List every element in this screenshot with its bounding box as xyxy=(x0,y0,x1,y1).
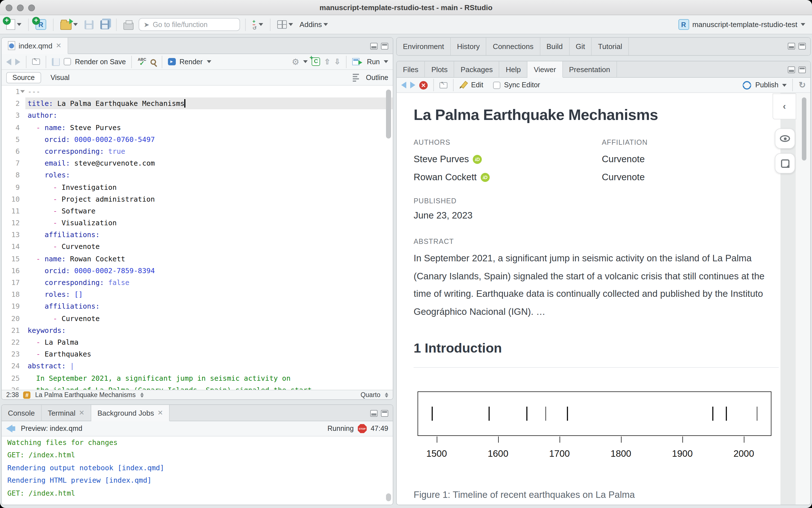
viewer-back-icon[interactable] xyxy=(401,82,406,88)
maximize-pane-icon[interactable] xyxy=(381,43,388,49)
code-line[interactable]: 13 affiliations: xyxy=(2,229,393,241)
addins-button[interactable]: Addins xyxy=(298,19,330,30)
tab-build[interactable]: Build xyxy=(540,38,569,55)
fold-arrow-icon[interactable] xyxy=(20,90,25,93)
publish-button[interactable]: Publish xyxy=(756,81,778,89)
save-all-button[interactable] xyxy=(98,19,111,30)
minimize-pane-icon[interactable] xyxy=(788,66,795,73)
code-line[interactable]: 12 - Visualization xyxy=(2,217,393,229)
tab-tutorial[interactable]: Tutorial xyxy=(592,38,629,55)
stop-icon[interactable]: STOP xyxy=(358,424,367,433)
chevron-down-icon[interactable] xyxy=(303,60,308,63)
edit-button[interactable]: Edit xyxy=(471,81,483,89)
search-icon[interactable] xyxy=(150,59,156,65)
tab-packages[interactable]: Packages xyxy=(454,61,499,77)
tab-connections[interactable]: Connections xyxy=(487,38,540,55)
goto-file-search[interactable]: ➤ Go to file/function xyxy=(138,18,240,31)
save-document-icon[interactable] xyxy=(52,58,60,66)
clear-viewer-icon[interactable]: ✕ xyxy=(419,81,428,89)
open-in-new-window-icon[interactable] xyxy=(32,58,40,65)
workspace-panes-button[interactable] xyxy=(275,19,294,30)
code-line[interactable]: 19 affiliations: xyxy=(2,300,393,312)
chevron-down-icon[interactable] xyxy=(384,60,388,63)
code-editor[interactable]: 1---2title: La Palma Earthquake Mechanis… xyxy=(2,86,393,390)
print-button[interactable] xyxy=(122,18,135,31)
back-icon[interactable] xyxy=(6,58,11,65)
console-scrollbar[interactable] xyxy=(386,493,391,501)
tab-files[interactable]: Files xyxy=(397,61,425,77)
insert-chunk-icon[interactable]: C xyxy=(312,57,320,66)
tab-plots[interactable]: Plots xyxy=(425,61,454,77)
go-previous-section-icon[interactable]: ⇧ xyxy=(324,57,330,66)
minimize-pane-icon[interactable] xyxy=(370,43,377,49)
job-back-icon[interactable] xyxy=(6,425,12,432)
code-line[interactable]: 9 - Investigation xyxy=(2,181,393,193)
code-line[interactable]: 3author: xyxy=(2,110,393,121)
go-next-section-icon[interactable]: ⇩ xyxy=(334,57,340,66)
close-icon[interactable]: ✕ xyxy=(158,409,163,417)
code-line[interactable]: 23 - Earthquakes xyxy=(2,348,393,360)
doctype-picker-icon[interactable] xyxy=(385,392,388,397)
tab-viewer[interactable]: Viewer xyxy=(527,61,563,78)
orcid-icon[interactable]: iD xyxy=(481,173,490,182)
project-selector[interactable]: R manuscript-template-rstudio-test xyxy=(677,18,808,31)
symbol-picker-icon[interactable] xyxy=(140,392,144,397)
doc-type[interactable]: Quarto xyxy=(361,391,380,398)
tab-console[interactable]: Console xyxy=(2,405,41,421)
code-line[interactable]: 5 orcid: 0000-0002-0760-5497 xyxy=(2,133,393,145)
code-line[interactable]: 2title: La Palma Earthquake Mechanisms xyxy=(2,97,393,109)
refresh-icon[interactable]: ↻ xyxy=(799,80,806,90)
open-file-button[interactable] xyxy=(58,18,79,31)
spellcheck-icon[interactable]: ABC✓ xyxy=(138,58,146,66)
orcid-icon[interactable]: iD xyxy=(473,155,482,164)
tab-history[interactable]: History xyxy=(451,38,487,55)
code-line[interactable]: 11 - Software xyxy=(2,205,393,217)
tab-help[interactable]: Help xyxy=(499,61,528,77)
minimize-pane-icon[interactable] xyxy=(788,43,795,49)
new-file-button[interactable]: + xyxy=(4,18,23,31)
editor-scrollbar[interactable] xyxy=(386,90,391,138)
zoom-window-icon[interactable] xyxy=(28,4,35,11)
forward-icon[interactable] xyxy=(15,58,20,65)
maximize-pane-icon[interactable] xyxy=(381,410,388,417)
render-on-save-checkbox[interactable] xyxy=(64,58,71,65)
tab-terminal[interactable]: Terminal✕ xyxy=(41,405,91,421)
close-icon[interactable]: ✕ xyxy=(79,409,84,417)
code-line[interactable]: 10 - Project administration xyxy=(2,193,393,205)
version-control-button[interactable]: +−↺ xyxy=(251,18,265,31)
console-output[interactable]: Watching files for changesGET: /index.ht… xyxy=(2,436,393,505)
run-button[interactable]: Run xyxy=(367,58,380,66)
chevron-down-icon[interactable] xyxy=(782,84,787,86)
code-line[interactable]: 20 - Curvenote xyxy=(2,312,393,324)
code-line[interactable]: 21keywords: xyxy=(2,325,393,336)
code-line[interactable]: 6 corresponding: true xyxy=(2,145,393,157)
source-mode-button[interactable]: Source xyxy=(6,72,41,83)
open-in-browser-icon[interactable] xyxy=(440,82,447,88)
symbol-name[interactable]: La Palma Earthquake Mechanisms xyxy=(35,391,136,398)
outline-button[interactable]: Outline xyxy=(366,74,388,81)
code-line[interactable]: 26 the island of La Palma (Canary Island… xyxy=(2,384,393,390)
code-line[interactable]: 25 In September 2021, a significant jump… xyxy=(2,372,393,384)
code-line[interactable]: 22 - La Palma xyxy=(2,336,393,348)
sync-editor-checkbox[interactable] xyxy=(493,81,500,89)
gear-icon[interactable]: ⚙ xyxy=(292,56,299,67)
render-button[interactable]: Render xyxy=(179,58,203,66)
code-line[interactable]: 1--- xyxy=(2,86,393,97)
visual-mode-button[interactable]: Visual xyxy=(45,72,75,83)
close-icon[interactable]: ✕ xyxy=(56,42,62,50)
code-line[interactable]: 8 roles: xyxy=(2,169,393,181)
minimize-window-icon[interactable] xyxy=(17,4,24,11)
code-line[interactable]: 16 orcid: 0000-0002-7859-8394 xyxy=(2,265,393,277)
tab-background-jobs[interactable]: Background Jobs✕ xyxy=(91,405,170,421)
code-line[interactable]: 4 - name: Steve Purves xyxy=(2,121,393,133)
tab-index-qmd[interactable]: index.qmd ✕ xyxy=(2,38,68,54)
code-line[interactable]: 15 - name: Rowan Cockett xyxy=(2,253,393,264)
new-project-button[interactable]: R+ xyxy=(34,18,48,31)
tab-environment[interactable]: Environment xyxy=(397,38,451,55)
chevron-down-icon[interactable] xyxy=(206,60,211,63)
close-window-icon[interactable] xyxy=(6,4,12,11)
code-line[interactable]: 17 corresponding: false xyxy=(2,277,393,288)
code-line[interactable]: 7 email: steve@curvenote.com xyxy=(2,157,393,169)
tab-presentation[interactable]: Presentation xyxy=(563,61,617,77)
save-button[interactable] xyxy=(83,19,95,30)
